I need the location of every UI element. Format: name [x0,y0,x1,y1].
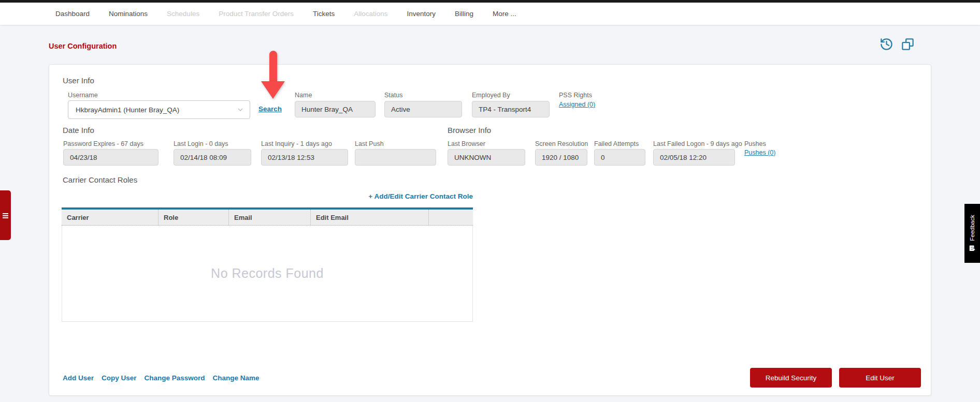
status-field: Active [384,101,462,117]
user-config-card: User Info Username HkbrayAdmin1 (Hunter … [49,64,931,396]
username-value: HkbrayAdmin1 (Hunter Bray_QA) [76,106,179,114]
last-browser-label: Last Browser [448,140,485,147]
last-failed-logon-label: Last Failed Logon - 9 days ago [653,140,742,147]
table-empty-body: No Records Found [62,226,473,322]
failed-attempts-label: Failed Attempts [594,140,639,147]
pushes-label: Pushes [744,140,766,147]
feedback-smiley-icon [969,245,976,252]
no-records-message: No Records Found [211,266,324,281]
table-header-row: Carrier Role Email Edit Email [62,210,473,226]
side-menu-tab[interactable] [0,190,11,240]
last-push-label: Last Push [355,140,384,147]
browser-info-title: Browser Info [448,126,491,135]
history-icon[interactable] [880,37,893,51]
carrier-roles-title: Carrier Contact Roles [63,175,137,184]
copy-user-link[interactable]: Copy User [102,374,137,382]
pushes-link[interactable]: Pushes (0) [744,149,775,156]
screen-resolution-label: Screen Resolution [535,140,588,147]
last-push-field [355,149,436,166]
username-select[interactable]: HkbrayAdmin1 (Hunter Bray_QA) [68,100,250,119]
user-info-title: User Info [63,76,94,85]
username-label: Username [68,92,98,99]
pss-rights-assigned-link[interactable]: Assigned (0) [559,101,595,108]
copy-icon[interactable] [901,37,915,51]
hamburger-icon [3,213,8,219]
edit-user-button[interactable]: Edit User [839,368,921,388]
nav-more[interactable]: More ... [493,10,516,18]
change-password-link[interactable]: Change Password [145,374,205,382]
nav-dashboard[interactable]: Dashboard [55,10,90,18]
last-browser-field: UNKNOWN [448,149,525,166]
nav-allocations: Allocations [354,10,387,18]
last-inquiry-field: 02/13/18 12:53 [261,149,348,166]
pss-rights-label: PSS Rights [559,92,592,99]
feedback-label: Feedback [969,215,975,241]
password-expires-field: 04/23/18 [63,149,158,166]
screen-resolution-field: 1920 / 1080 [535,149,587,166]
column-header-role: Role [158,210,228,225]
footer-links: Add User Copy User Change Password Chang… [63,374,260,382]
nav-billing[interactable]: Billing [455,10,473,18]
employed-by-label: Employed By [472,92,510,99]
nav-product-transfer-orders: Product Transfer Orders [219,10,294,18]
change-name-link[interactable]: Change Name [213,374,260,382]
column-header-actions [428,210,473,225]
last-inquiry-label: Last Inquiry - 1 days ago [261,140,332,147]
chevron-down-icon [236,106,244,114]
failed-attempts-field: 0 [594,149,645,166]
last-login-field: 02/14/18 08:09 [174,149,251,166]
feedback-tab[interactable]: Feedback [964,204,980,263]
status-label: Status [384,92,402,99]
column-header-edit-email: Edit Email [310,210,428,225]
name-label: Name [295,92,312,99]
employed-by-field: TP4 - Transport4 [472,101,550,117]
nav-schedules: Schedules [167,10,199,18]
password-expires-label: Password Expires - 67 days [63,140,143,147]
last-login-label: Last Login - 0 days [174,140,228,147]
main-nav: Dashboard Nominations Schedules Product … [0,3,980,25]
carrier-roles-table: Carrier Role Email Edit Email No Records… [62,207,473,322]
page-title: User Configuration [49,42,117,50]
nav-tickets[interactable]: Tickets [313,10,335,18]
last-failed-logon-field: 02/05/18 12:20 [653,149,735,166]
annotation-arrow-head [261,81,285,99]
search-link[interactable]: Search [258,105,282,113]
add-user-link[interactable]: Add User [63,374,94,382]
rebuild-security-button[interactable]: Rebuild Security [750,368,832,388]
column-header-carrier: Carrier [62,210,158,225]
annotation-arrow-stem [269,51,277,83]
date-info-title: Date Info [63,126,94,135]
column-header-email: Email [228,210,310,225]
nav-inventory[interactable]: Inventory [407,10,436,18]
nav-nominations[interactable]: Nominations [109,10,148,18]
page-actions [880,37,915,51]
add-edit-carrier-role-link[interactable]: + Add/Edit Carrier Contact Role [368,192,473,200]
name-field: Hunter Bray_QA [295,101,376,117]
